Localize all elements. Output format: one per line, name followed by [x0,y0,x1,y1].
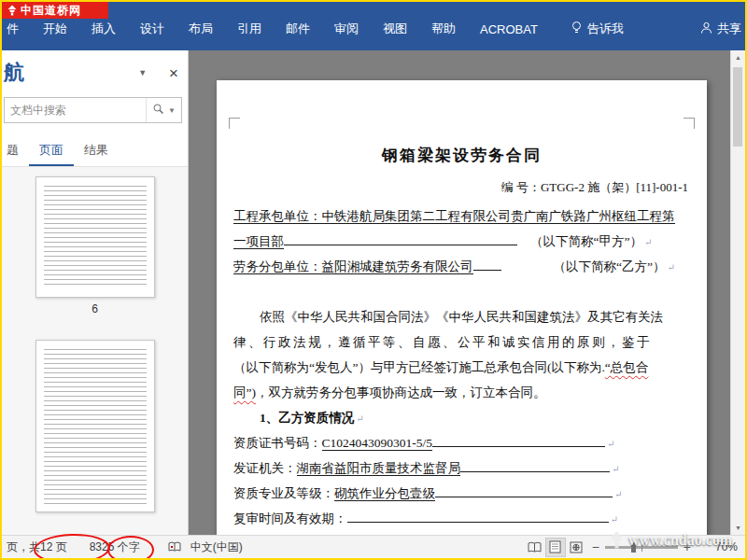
scroll-down-icon[interactable]: ▼ [731,525,745,531]
document-line: 工程承包单位：中铁港航局集团第二工程有限公司贵广南广铁路广州枢纽工程第 [233,203,690,229]
print-layout-button[interactable] [545,538,566,557]
share-button[interactable]: 共享 [700,21,741,37]
document-text: 一项目部 [233,234,284,249]
blank-fill-line [284,232,517,246]
document-text: （以下简称“甲方”） [530,234,642,248]
document-line: 资质专业及等级：砌筑作业分包壹级↵ [233,481,690,506]
document-text: 资质证书号码： [233,436,322,450]
search-input[interactable] [5,103,146,118]
paragraph-mark-icon: ↵ [614,489,622,499]
document-text: 湖南省益阳市质量技术监督局 [297,461,461,476]
ribbon-tab[interactable]: 视图 [371,12,419,46]
document-line [233,279,690,304]
navigation-header: 航 ▼ × [2,50,188,88]
thumbnail-text-preview [44,186,147,288]
web-layout-button[interactable] [566,538,586,557]
tell-me-button[interactable]: 告诉我 [571,21,624,37]
status-right-group: − + 70% [525,538,745,557]
document-text: 1、乙方资质情况 [260,411,354,425]
paragraph-mark-icon: ↵ [611,514,618,525]
navigation-title: 航 [4,59,24,87]
document-line: 复审时间及有效期：↵ [233,506,690,531]
zoom-notch [641,543,642,552]
document-number: 编 号：GTGG-2 施（架）[11]-001-1 [233,175,690,200]
zoom-out-button[interactable]: − [586,539,605,554]
document-text: （以下简称“乙方”） [554,259,666,273]
ribbon-tab[interactable]: 邮件 [274,12,322,46]
document-line: 资质证书号码：C1024043090301-5/5↵ [233,430,690,455]
document-page: 钢箱梁架设劳务合同 编 号：GTGG-2 施（架）[11]-001-1 工程承包… [217,80,707,535]
page-thumbnails: 6 [2,167,188,535]
pagoda-icon [7,5,18,16]
page-thumbnail[interactable] [35,340,155,512]
navigation-tab[interactable]: 页面 [29,136,74,166]
document-line: 依照《中华人民共和国合同法》《中华人民共和国建筑法》及其它有关法 [233,304,690,329]
blank-fill-line [432,434,605,448]
zoom-in-button[interactable]: + [678,539,697,554]
page-thumbnail[interactable] [35,176,155,298]
spacer [501,259,554,272]
margin-corner-mark [684,118,695,129]
document-text: “总包合 [605,360,649,374]
document-text: 工程承包单位：中铁港航局集团第二工程有限公司贵广南广铁路广州枢纽工程第 [233,209,675,224]
zoom-slider-handle[interactable] [631,542,636,553]
document-text: 律、行政法规，遵循平等、自愿、公平和诚实信用的原则，鉴于 [233,335,652,349]
document-text: 砌筑作业分包壹级 [334,486,435,501]
navigation-pane: 航 ▼ × ▼ 题页面结果 6 [2,50,189,535]
search-button[interactable]: ▼ [146,98,181,122]
document-text: 发证机关： [233,461,297,475]
spacer [517,233,530,246]
document-line: 1、乙方资质情况↵ [233,405,690,430]
document-line: 律、行政法规，遵循平等、自愿、公平和诚实信用的原则，鉴于 [233,329,690,355]
ribbon-tab[interactable]: 引用 [225,12,274,46]
thumbnail-text-preview [44,349,147,504]
zoom-level[interactable]: 70% [697,540,738,553]
thumbnail-page-number: 6 [92,302,98,315]
document-text: 复审时间及有效期： [233,511,347,525]
paragraph-mark-icon: ↵ [356,413,363,424]
document-text: 资质专业及等级： [233,486,334,500]
navigation-tab[interactable]: 题 [0,136,29,166]
document-text: （以下简称为“发包人”）与甲方已经签订施工总承包合同(以下称为. [233,360,605,374]
ribbon-tab[interactable]: 审阅 [322,12,371,46]
paragraph-mark-icon: ↵ [644,237,652,247]
document-text: 同”) [233,385,256,399]
paragraph-mark-icon: ↵ [607,439,614,449]
document-canvas: 钢箱梁架设劳务合同 编 号：GTGG-2 施（架）[11]-001-1 工程承包… [189,50,745,535]
document-line: 发证机关：湖南省益阳市质量技术监督局↵ [233,455,690,481]
ribbon-tab[interactable]: 布局 [176,12,225,46]
document-text: 依照《中华人民共和国合同法》《中华人民共和国建筑法》及其它有关法 [260,310,663,324]
blank-fill-line [347,510,609,524]
navigation-options-dropdown[interactable]: ▼ [138,68,147,77]
close-icon[interactable]: × [169,65,178,81]
tell-me-label: 告诉我 [587,21,624,37]
page-count-status[interactable]: 页，共12 页 [7,539,67,555]
document-line: 同”)，双方就劳务分包事项协商达成一致，订立本合同。 [233,380,690,405]
site-watermark-banner: 中国道桥网 [2,2,108,19]
word-count-status[interactable]: 8325 个字 [90,539,140,555]
lightbulb-icon [571,21,583,37]
blank-fill-line [435,484,613,498]
blank-fill-line [473,258,501,272]
proofing-errors-icon[interactable] [168,541,181,553]
document-line: 劳务分包单位：益阳湘城建筑劳务有限公司（以下简称“乙方”）↵ [233,254,690,279]
scroll-up-icon[interactable]: ▲ [731,54,745,61]
ribbon-tab[interactable]: 设计 [128,12,176,46]
document-text: C1024043090301-5/5 [322,436,433,451]
paragraph-mark-icon: ↵ [667,262,674,273]
scrollbar-thumb[interactable] [733,67,742,147]
zoom-slider[interactable] [605,546,678,549]
read-mode-button[interactable] [525,538,545,557]
paragraph-mark-icon: ↵ [612,464,619,474]
vertical-scrollbar[interactable]: ▲ ▼ [730,50,745,535]
margin-corner-mark [229,118,240,129]
navigation-tab[interactable]: 结果 [74,136,119,166]
language-status[interactable]: 中文(中国) [190,539,243,555]
ribbon-tab[interactable]: ACROBAT [468,14,550,45]
navigation-tabs: 题页面结果 [2,136,188,167]
ribbon-tab[interactable]: 帮助 [419,12,468,46]
ribbon: 件开始插入设计布局引用邮件审阅视图帮助ACROBAT 告诉我 共享 [2,2,745,50]
navigation-search-box: ▼ [4,97,182,123]
search-icon [152,102,164,119]
document-text: 劳务分包单位：益阳湘城建筑劳务有限公司 [233,259,473,274]
